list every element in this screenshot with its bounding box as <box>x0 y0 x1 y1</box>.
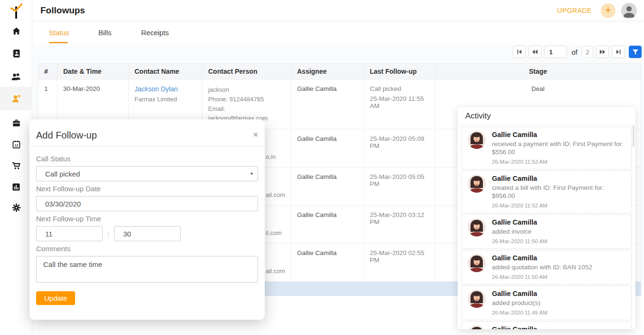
modal-header: Add Follow-up × <box>29 119 265 147</box>
close-icon[interactable]: × <box>253 130 258 140</box>
last-followup-time: 25-Mar-2020 11:55 AM <box>370 95 429 109</box>
activity-entry[interactable]: Gallie Camilla added invoice 26-Mar-2020… <box>461 214 632 249</box>
avatar <box>468 254 486 272</box>
activity-list: Gallie Camilla received a payment with I… <box>458 125 635 329</box>
sidebar-item-settings[interactable] <box>0 197 32 218</box>
col-header-contact-person: Contact Person <box>202 64 291 79</box>
filter-icon <box>632 49 639 55</box>
call-status-label: Call Status <box>36 155 258 163</box>
minute-input[interactable] <box>114 226 181 241</box>
sidebar-item-calendar[interactable]: 12 <box>0 134 32 155</box>
activity-time: 26-Mar-2020 11:53 AM <box>492 159 625 165</box>
logo-icon <box>8 2 24 20</box>
tab-bills[interactable]: Bills <box>98 29 112 37</box>
chevron-down-icon: ▾ <box>250 171 253 176</box>
col-header-contact-name: Contact Name <box>129 64 202 79</box>
tab-bar: Status Bills Receipts <box>32 21 644 45</box>
activity-time: 26-Mar-2020 11:49 AM <box>492 310 548 316</box>
activity-entry[interactable]: Gallie Camilla received a payment with I… <box>461 127 632 169</box>
col-header-last-followup: Last Follow-up <box>364 64 435 79</box>
activity-desc: received a payment with ID: First Paymen… <box>492 140 625 156</box>
row-assignee: Gallie Camilla <box>291 244 364 282</box>
first-page-icon <box>517 49 522 55</box>
modal-body: Call Status Call picked ▾ Next Follow-up… <box>29 147 265 305</box>
tab-status[interactable]: Status <box>49 29 69 37</box>
next-page-button[interactable] <box>596 46 609 58</box>
row-assignee: Gallie Camilla <box>291 206 364 244</box>
filter-button[interactable] <box>629 46 642 58</box>
activity-desc: added product(s) <box>492 299 548 307</box>
last-page-icon <box>615 49 621 55</box>
person-phone: Phone: 9124484765 <box>208 95 285 104</box>
sidebar-item-reports[interactable] <box>0 177 32 197</box>
activity-time: 26-Mar-2020 11:52 AM <box>492 203 625 209</box>
contact-name-link[interactable]: Jackson Dylan <box>135 85 196 93</box>
user-avatar[interactable] <box>621 3 637 19</box>
person-name: jackson <box>208 85 285 95</box>
sidebar-item-add-lead[interactable] <box>0 87 32 110</box>
reports-icon <box>11 182 21 192</box>
followup-date-input[interactable] <box>36 196 258 211</box>
total-pages[interactable]: 2 <box>582 46 593 58</box>
tab-receipts[interactable]: Receipts <box>141 29 169 37</box>
last-followup-time: 25-Mar-2020 05:09 PM <box>370 135 429 149</box>
email-fragment: il.com <box>266 229 282 236</box>
avatar <box>468 175 486 193</box>
activity-entry[interactable]: Gallie Camilla added a follow-up on 08-A… <box>461 321 632 329</box>
last-followup-status: Call picked <box>370 85 429 92</box>
col-header-num: # <box>38 64 58 79</box>
next-page-icon <box>599 49 606 55</box>
col-header-stage: Stage <box>435 64 641 79</box>
activity-panel: Activity Gallie Camilla received a payme… <box>458 107 635 329</box>
app-window: 12 <box>0 0 644 335</box>
avatar <box>468 325 486 329</box>
prev-page-button[interactable] <box>529 46 541 58</box>
add-lead-icon <box>11 93 22 104</box>
sidebar: 12 <box>0 0 32 335</box>
upgrade-button[interactable]: UPGRADE <box>557 7 592 14</box>
person-photo-icon <box>468 218 486 236</box>
modal-title: Add Follow-up <box>36 130 97 141</box>
sidebar-item-products[interactable] <box>0 112 32 133</box>
activity-user: Gallie Camilla <box>492 131 625 139</box>
row-last-followup: Call picked 25-Mar-2020 11:55 AM <box>364 79 435 129</box>
activity-entry[interactable]: Gallie Camilla created a bill with ID: F… <box>461 170 632 213</box>
home-icon <box>11 26 21 36</box>
comments-textarea[interactable]: Call the same time <box>36 256 258 283</box>
sidebar-item-orders[interactable] <box>0 155 32 176</box>
activity-user: Gallie Camilla <box>492 254 592 262</box>
contacts-book-icon <box>11 49 21 59</box>
email-fragment: ail.com <box>266 267 285 275</box>
activity-entry[interactable]: Gallie Camilla added product(s) 26-Mar-2… <box>461 286 632 320</box>
cart-icon <box>11 160 22 171</box>
activity-time: 26-Mar-2020 11:50 AM <box>492 274 592 280</box>
sidebar-item-contacts[interactable] <box>0 43 32 64</box>
activity-entry[interactable]: Gallie Camilla added quotation with ID: … <box>461 250 632 285</box>
sidebar-item-customers[interactable] <box>0 66 32 87</box>
activity-title: Activity <box>458 107 635 125</box>
update-button[interactable]: Update <box>36 291 75 305</box>
last-followup-time: 25-Mar-2020 02:55 PM <box>370 249 429 264</box>
app-logo[interactable] <box>0 1 32 21</box>
page-number-input[interactable] <box>544 46 567 58</box>
row-assignee: Gallie Camilla <box>291 129 364 168</box>
first-page-button[interactable] <box>513 46 526 58</box>
followup-time-label: Next Follow-up Time <box>36 215 258 223</box>
activity-scrollbar[interactable] <box>633 125 634 147</box>
col-header-date: Date & Time <box>58 64 129 79</box>
last-page-button[interactable] <box>612 46 625 58</box>
sidebar-item-home[interactable] <box>0 20 32 41</box>
active-tab-underline <box>49 42 68 43</box>
row-last-followup: 25-Mar-2020 05:09 PM <box>364 129 435 168</box>
table-header-row: # Date & Time Contact Name Contact Perso… <box>38 64 641 79</box>
person-photo-icon <box>468 131 486 149</box>
person-photo-icon <box>468 254 486 272</box>
call-status-select[interactable]: Call picked ▾ <box>36 166 258 181</box>
avatar <box>468 218 486 236</box>
person-photo-icon <box>468 290 486 308</box>
page-of-label: of <box>571 48 577 56</box>
activity-desc: added quotation with ID: BAN 1052 <box>492 263 592 271</box>
row-assignee: Gallie Camilla <box>291 168 364 206</box>
hour-input[interactable] <box>36 226 103 241</box>
add-button[interactable]: + <box>601 3 615 18</box>
